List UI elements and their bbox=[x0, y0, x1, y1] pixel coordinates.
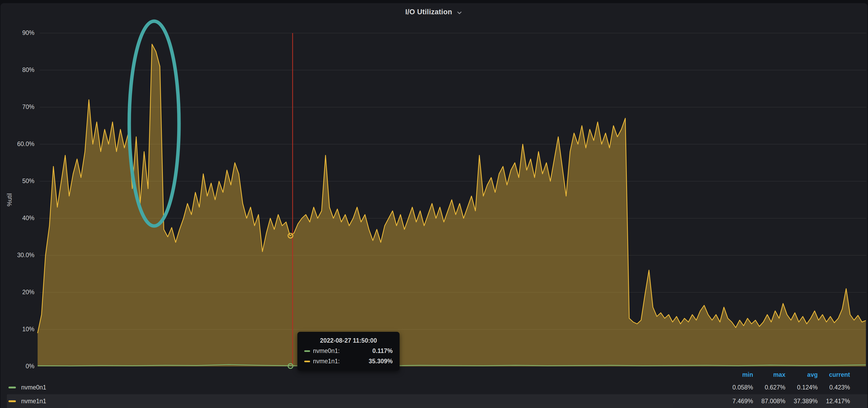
tooltip-series-value: 0.117% bbox=[372, 347, 393, 354]
tooltip-series-name: nvme1n1: bbox=[313, 358, 340, 365]
legend-series-name[interactable]: nvme0n1 bbox=[21, 384, 46, 391]
grafana-page: I/O Utilization %util 0%10%20%30.0%40%50… bbox=[0, 0, 868, 408]
stat-avg: 37.389% bbox=[785, 398, 818, 405]
legend-series-name[interactable]: nvme1n1 bbox=[21, 398, 46, 405]
legend-row-nvme1n1[interactable]: nvme1n1 7.469% 87.008% 37.389% 12.417% bbox=[1, 394, 867, 408]
series-color-dash bbox=[8, 386, 16, 388]
series-color-dash bbox=[8, 400, 16, 402]
tooltip-timestamp: 2022-08-27 11:50:00 bbox=[304, 337, 393, 344]
hover-tooltip: 2022-08-27 11:50:00 nvme0n1: 0.117% nvme… bbox=[298, 332, 400, 371]
stat-max: 87.008% bbox=[753, 398, 785, 405]
stat-max: 0.627% bbox=[753, 384, 785, 391]
tooltip-series-name: nvme0n1: bbox=[313, 347, 340, 354]
series-color-dash bbox=[304, 350, 310, 352]
series-color-dash bbox=[304, 361, 310, 362]
series-fill-nvme1n1 bbox=[38, 44, 866, 367]
legend-header-min[interactable]: min bbox=[721, 371, 753, 378]
stat-current: 12.417% bbox=[818, 398, 850, 405]
legend-header-avg[interactable]: avg bbox=[785, 371, 818, 378]
stat-current: 0.423% bbox=[818, 384, 850, 391]
legend-header-current[interactable]: current bbox=[818, 371, 850, 378]
legend-header-max[interactable]: max bbox=[753, 371, 785, 378]
legend-header-row: min max avg current bbox=[1, 369, 867, 380]
stat-min: 0.058% bbox=[721, 384, 753, 391]
chart-canvas[interactable] bbox=[1, 3, 868, 408]
stat-avg: 0.124% bbox=[785, 384, 818, 391]
tooltip-row: nvme0n1: 0.117% bbox=[304, 347, 393, 354]
legend-row-nvme0n1[interactable]: nvme0n1 0.058% 0.627% 0.124% 0.423% bbox=[1, 380, 867, 394]
stat-min: 7.469% bbox=[721, 398, 753, 405]
tooltip-series-value: 35.309% bbox=[369, 358, 393, 365]
io-utilization-panel: I/O Utilization %util 0%10%20%30.0%40%50… bbox=[1, 3, 867, 408]
tooltip-row: nvme1n1: 35.309% bbox=[304, 358, 393, 365]
legend: min max avg current nvme0n1 0.058% 0.627… bbox=[1, 369, 867, 408]
